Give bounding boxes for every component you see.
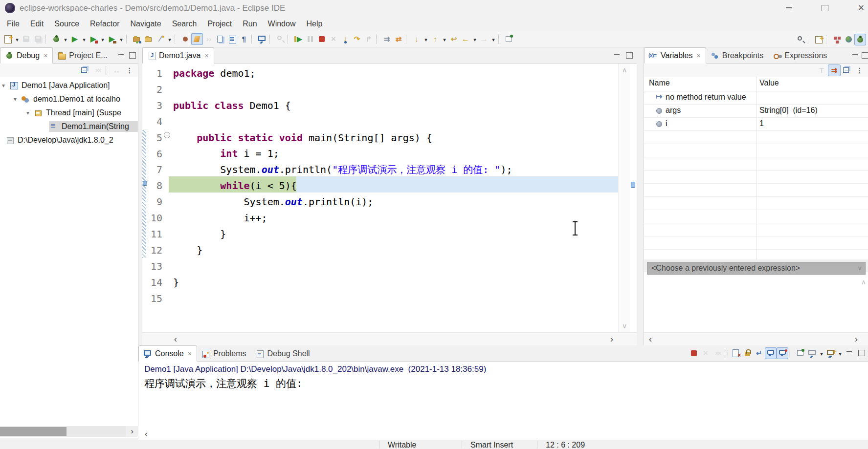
collapse-all-icon[interactable] [79, 64, 91, 76]
chevron-down-icon[interactable]: ▾ [2, 82, 10, 89]
code-line-7[interactable]: System.out.println("程序调试演示，注意观察 i 的值: ")… [173, 162, 512, 178]
chevron-down-icon[interactable]: ∨ [857, 262, 862, 274]
close-icon[interactable]: × [44, 52, 47, 60]
code-area[interactable]: package demo1; public class Demo1 { publ… [173, 65, 512, 306]
code-line-5[interactable]: public static void main(String[] args) { [173, 130, 512, 146]
debug-perspective-icon[interactable] [854, 34, 866, 45]
menu-search[interactable]: Search [167, 18, 202, 30]
expression-combo[interactable]: <Choose a previously entered expression>… [647, 262, 866, 275]
display-selected-console-dropdown-icon[interactable] [818, 347, 825, 359]
scroll-left-icon[interactable]: ‹ [171, 334, 180, 344]
maximize-view-icon[interactable] [855, 347, 867, 359]
code-line-11[interactable]: } [173, 226, 512, 242]
tab-debug-shell[interactable]: Debug Shell [251, 345, 314, 362]
terminate-icon[interactable] [316, 33, 328, 45]
code-line-14[interactable]: } [173, 275, 512, 291]
tree-item[interactable]: ▾Demo1 [Java Application] [0, 79, 138, 92]
variables-horizontal-scrollbar[interactable]: ‹ › [644, 332, 868, 345]
new-wizard-icon[interactable] [2, 33, 14, 45]
column-header-name[interactable]: Name [649, 79, 670, 87]
debug-horizontal-scrollbar[interactable]: › [0, 426, 138, 437]
scrollbar-thumb[interactable] [0, 427, 67, 436]
maximize-view-icon[interactable] [625, 52, 633, 59]
menu-project[interactable]: Project [202, 18, 237, 30]
menu-source[interactable]: Source [49, 18, 85, 30]
scroll-right-icon[interactable]: › [851, 334, 861, 344]
menu-navigate[interactable]: Navigate [125, 18, 167, 30]
code-line-9[interactable]: System.out.println(i); [173, 194, 512, 210]
display-view-icon[interactable] [256, 33, 268, 45]
run-icon[interactable] [69, 33, 81, 45]
variable-row-args[interactable]: argsString[0] (id=16) [644, 105, 868, 118]
minimize-view-icon[interactable] [851, 52, 859, 59]
scroll-lock-icon[interactable] [741, 347, 753, 359]
tab-problems[interactable]: Problems [197, 345, 251, 362]
tab-project-e-[interactable]: Project E... [53, 47, 112, 64]
debug-dropdown-icon[interactable] [62, 33, 69, 45]
open-resource-icon[interactable] [143, 33, 155, 45]
clear-console-icon[interactable] [730, 347, 741, 359]
previous-annotation-icon[interactable] [429, 33, 441, 45]
open-perspective-icon[interactable] [813, 34, 824, 45]
code-line-12[interactable]: } [173, 242, 512, 258]
run-external-tools-icon[interactable] [106, 33, 118, 45]
java-perspective-icon[interactable] [843, 34, 854, 45]
previous-annotation-dropdown-icon[interactable] [441, 33, 448, 45]
next-annotation-icon[interactable] [411, 33, 423, 45]
code-line-6[interactable]: int i = 1; [173, 146, 512, 162]
pin-editor-icon[interactable] [503, 33, 515, 45]
empty-variable-row[interactable] [644, 171, 868, 184]
scroll-right-icon[interactable]: › [607, 334, 617, 344]
close-icon[interactable]: × [204, 52, 208, 60]
empty-variable-row[interactable] [644, 223, 868, 236]
tab-demo1-java[interactable]: Demo1.java × [142, 47, 214, 64]
annotate-icon[interactable] [155, 33, 166, 45]
variable-row-i[interactable]: i1 [644, 118, 868, 131]
tab-console[interactable]: Console× [138, 345, 197, 362]
step-over-icon[interactable] [351, 33, 363, 45]
empty-variable-row[interactable] [644, 131, 868, 144]
tree-item[interactable]: ▾Thread [main] (Suspe [0, 106, 138, 120]
menu-window[interactable]: Window [263, 18, 301, 30]
code-line-10[interactable]: i++; [173, 210, 512, 226]
minimize-view-icon[interactable] [613, 52, 621, 59]
back-dropdown-icon[interactable] [471, 33, 478, 45]
menu-file[interactable]: File [1, 18, 25, 30]
annotate-dropdown-icon[interactable] [166, 33, 173, 45]
java-ee-perspective-icon[interactable] [831, 34, 843, 45]
view-menu-icon[interactable] [853, 64, 866, 76]
skip-all-breakpoints-icon[interactable] [381, 33, 393, 45]
show-stderr-when-changed-icon[interactable] [777, 347, 788, 359]
debug-icon[interactable] [50, 33, 62, 45]
menu-run[interactable]: Run [237, 18, 262, 30]
empty-variable-row[interactable] [644, 210, 868, 223]
pin-console-icon[interactable] [795, 347, 806, 359]
variable-detail-pane[interactable]: ∧ [644, 275, 868, 332]
scroll-up-icon[interactable]: ∧ [861, 278, 866, 286]
window-maximize-button[interactable] [814, 0, 836, 16]
empty-variable-row[interactable] [644, 144, 868, 157]
next-annotation-dropdown-icon[interactable] [423, 33, 429, 45]
open-console-dropdown-icon[interactable] [837, 347, 844, 359]
chevron-down-icon[interactable]: ▾ [14, 96, 22, 103]
type-hierarchy-icon[interactable] [215, 33, 226, 45]
step-into-icon[interactable] [339, 33, 351, 45]
menu-edit[interactable]: Edit [25, 18, 49, 30]
fold-collapse-icon[interactable]: − [164, 132, 170, 138]
code-line-13[interactable] [173, 258, 512, 275]
scroll-down-icon[interactable]: ∨ [619, 321, 630, 331]
run-dropdown-icon[interactable] [81, 33, 88, 45]
code-line-8[interactable]: while(i < 5){ [173, 178, 512, 194]
empty-variable-row[interactable] [644, 184, 868, 197]
editor-horizontal-scrollbar[interactable]: ‹ › [142, 332, 637, 345]
scroll-up-icon[interactable]: ∧ [619, 64, 630, 75]
tab-breakpoints[interactable]: Breakpoints [706, 47, 769, 64]
scroll-left-icon[interactable]: ‹ [645, 334, 655, 344]
last-edit-location-icon[interactable] [448, 33, 460, 45]
coverage-icon[interactable] [88, 33, 99, 45]
tab-expressions[interactable]: Expressions [768, 47, 832, 64]
show-stdout-when-changed-icon[interactable] [765, 347, 777, 359]
empty-variable-row[interactable] [644, 157, 868, 171]
code-line-1[interactable]: package demo1; [173, 65, 512, 82]
annotation-ruler[interactable] [630, 64, 637, 332]
